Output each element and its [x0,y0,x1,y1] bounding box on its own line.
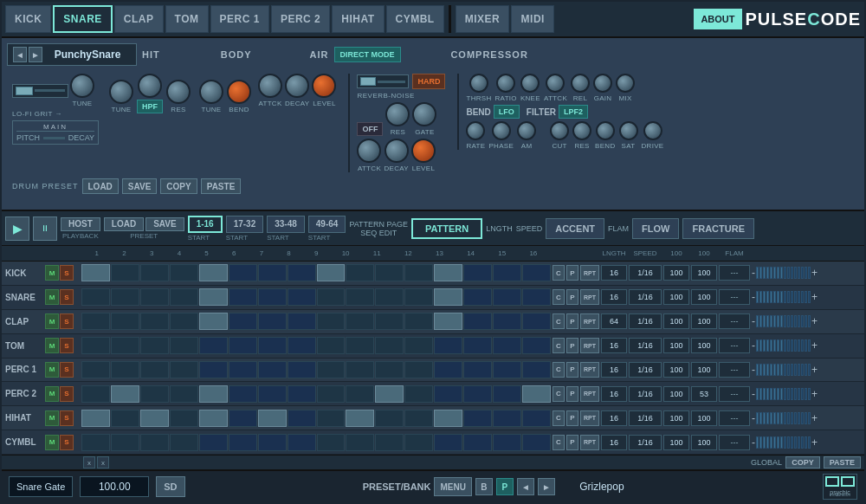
seq-cell-1-15[interactable] [522,288,551,306]
val1-4[interactable]: 100 [663,362,689,378]
seq-cell-0-8[interactable] [317,264,346,281]
seq-cell-0-13[interactable] [463,264,492,281]
flow-minus-4[interactable]: - [752,364,755,376]
rpt-button-6[interactable]: RPT [580,410,599,426]
about-button[interactable]: ABOUT [694,9,741,29]
p-button[interactable]: P [496,478,514,495]
seq-cell-4-9[interactable] [346,361,374,378]
seq-cell-2-0[interactable] [81,313,110,330]
page-33-48-button[interactable]: 33-48 [267,216,305,233]
val1-5[interactable]: 100 [663,386,689,402]
seq-cell-1-4[interactable] [199,288,228,306]
c-button-6[interactable]: C [553,410,565,426]
flam-4[interactable]: --- [719,362,750,378]
seq-cell-6-12[interactable] [434,410,462,427]
seq-cell-5-9[interactable] [346,385,374,403]
fracture-button[interactable]: FRACTURE [682,218,754,239]
seq-cell-5-4[interactable] [199,385,228,403]
flow-plus-6[interactable]: + [811,412,818,424]
air-level-knob[interactable] [411,139,436,163]
hit-tune-knob[interactable] [109,80,133,104]
flam-3[interactable]: --- [719,338,750,353]
c-button-5[interactable]: C [553,386,565,402]
global-copy-button[interactable]: COPY [785,456,820,468]
val2-5[interactable]: 53 [691,386,717,402]
body-tune-knob[interactable] [199,80,223,104]
p-button-1[interactable]: P [566,289,578,305]
seq-cell-7-11[interactable] [404,434,433,451]
c-button-2[interactable]: C [553,313,565,329]
val2-7[interactable]: 100 [691,435,717,450]
air-gate-knob[interactable] [412,102,436,126]
seq-cell-6-8[interactable] [317,410,346,427]
lpf2-button[interactable]: LPF2 [559,105,588,119]
solo-button-1[interactable]: S [60,289,74,305]
hard-button[interactable]: HARD [412,74,445,89]
seq-cell-4-13[interactable] [463,361,492,378]
flow-minus-3[interactable]: - [752,339,755,352]
seq-cell-0-12[interactable] [434,264,462,281]
seq-cell-3-5[interactable] [229,337,257,354]
val1-2[interactable]: 100 [663,313,689,329]
seq-cell-1-1[interactable] [111,288,139,306]
seq-cell-7-0[interactable] [81,434,110,451]
seq-cell-1-3[interactable] [170,288,198,306]
seq-cell-1-11[interactable] [404,288,433,306]
p-button-2[interactable]: P [566,313,578,329]
flam-0[interactable]: --- [719,265,750,281]
seq-cell-7-1[interactable] [111,434,139,451]
seq-cell-1-13[interactable] [463,288,492,306]
page-17-32-button[interactable]: 17-32 [226,216,264,233]
flow-minus-2[interactable]: - [752,315,755,327]
seq-cell-4-6[interactable] [258,361,287,378]
seq-cell-7-6[interactable] [258,434,287,451]
cymbl-x1-button[interactable]: x [83,456,95,468]
val1-6[interactable]: 100 [663,410,689,426]
seq-cell-3-7[interactable] [288,337,316,354]
seq-cell-2-1[interactable] [111,313,139,330]
seq-cell-0-5[interactable] [229,264,257,281]
seq-cell-5-2[interactable] [140,385,169,403]
lngth-1[interactable]: 16 [601,289,627,305]
nav-cymbl[interactable]: CYMBL [386,5,444,33]
seq-cell-5-8[interactable] [317,385,346,403]
nav-perc1[interactable]: PERC 1 [210,5,269,33]
seq-cell-4-11[interactable] [404,361,433,378]
cymbl-x2-button[interactable]: x [97,456,109,468]
seq-cell-3-9[interactable] [346,337,374,354]
seq-cell-6-11[interactable] [404,410,433,427]
seq-cell-5-3[interactable] [170,385,198,403]
nav-snare[interactable]: SNARE [53,5,113,33]
page-49-64-button[interactable]: 49-64 [308,216,346,233]
seq-cell-2-6[interactable] [258,313,287,330]
pattern-button[interactable]: PATTERN [411,218,482,239]
flow-minus-0[interactable]: - [752,267,755,279]
host-button[interactable]: HOST [61,217,100,231]
val2-6[interactable]: 100 [691,410,717,426]
seq-cell-4-5[interactable] [229,361,257,378]
seq-cell-7-9[interactable] [346,434,374,451]
flam-7[interactable]: --- [719,435,750,450]
sat-knob[interactable] [619,121,638,140]
solo-button-2[interactable]: S [60,313,74,329]
c-button-7[interactable]: C [553,435,565,450]
seq-cell-0-9[interactable] [346,264,374,281]
seq-save-button[interactable]: SAVE [145,217,184,231]
flam-5[interactable]: --- [719,386,750,402]
lngth-3[interactable]: 16 [601,338,627,353]
seq-cell-4-3[interactable] [170,361,198,378]
solo-button-3[interactable]: S [60,338,74,353]
seq-cell-3-8[interactable] [317,337,346,354]
seq-cell-3-6[interactable] [258,337,287,354]
drive-knob[interactable] [643,121,662,140]
seq-cell-7-2[interactable] [140,434,169,451]
seq-cell-7-12[interactable] [434,434,462,451]
seq-cell-2-4[interactable] [199,313,228,330]
lngth-5[interactable]: 16 [601,386,627,402]
comp-attck-knob[interactable] [546,74,565,93]
seq-cell-3-13[interactable] [463,337,492,354]
nav-tom[interactable]: TOM [165,5,209,33]
seq-cell-4-15[interactable] [522,361,551,378]
tune-knob[interactable] [70,74,94,98]
seq-cell-6-3[interactable] [170,410,198,427]
